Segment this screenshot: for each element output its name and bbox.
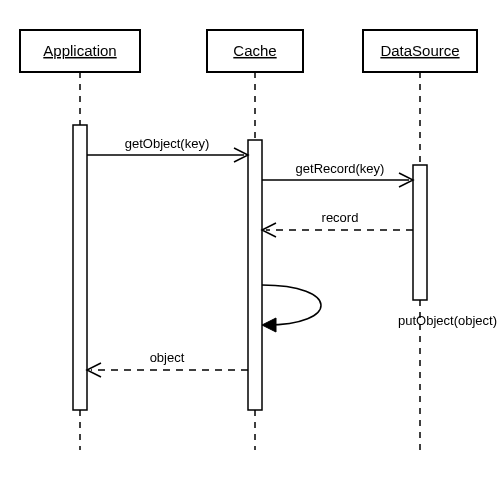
message-putobject-label: putObject(object)	[398, 313, 497, 328]
message-record-label: record	[322, 210, 359, 225]
svg-marker-12	[262, 318, 276, 332]
message-object-label: object	[150, 350, 185, 365]
message-getrecord-label: getRecord(key)	[296, 161, 385, 176]
participant-datasource-label: DataSource	[380, 42, 459, 59]
activation-application	[73, 125, 87, 410]
participant-application-label: Application	[43, 42, 116, 59]
activation-datasource	[413, 165, 427, 300]
message-getrecord: getRecord(key)	[262, 161, 413, 187]
participant-cache-label: Cache	[233, 42, 276, 59]
message-record: record	[262, 210, 413, 237]
message-putobject: putObject(object)	[262, 285, 497, 332]
activation-cache	[248, 140, 262, 410]
message-getobject-label: getObject(key)	[125, 136, 210, 151]
message-getobject: getObject(key)	[87, 136, 248, 162]
message-object: object	[87, 350, 248, 377]
